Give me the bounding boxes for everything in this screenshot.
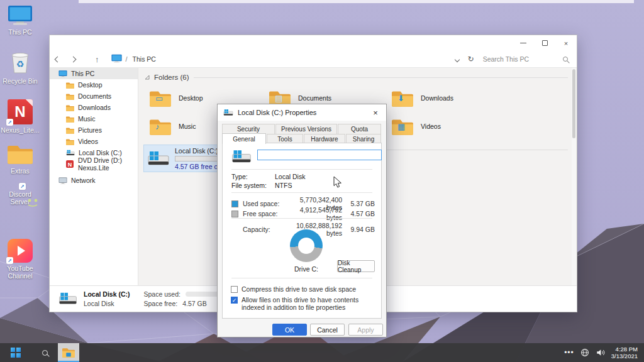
- compress-checkbox[interactable]: [231, 286, 238, 293]
- folder-tile-videos[interactable]: ▦ Videos: [387, 112, 575, 140]
- forward-button[interactable]: [71, 57, 75, 62]
- windows-logo-icon: [11, 348, 21, 358]
- taskbar-search-button[interactable]: [34, 343, 55, 362]
- tile-label: Music: [179, 123, 196, 130]
- folder-icon: [66, 93, 74, 100]
- sidebar-item-label: Videos: [78, 138, 98, 145]
- close-button[interactable]: ×: [555, 36, 577, 51]
- minimize-button[interactable]: [513, 36, 534, 51]
- taskbar: ••• 4:28 PM 3/13/2021: [0, 343, 644, 362]
- desktop-icon-label: Recycle Bin: [3, 77, 37, 85]
- separator: [231, 278, 372, 278]
- separator: [231, 192, 372, 193]
- disk-cleanup-button[interactable]: Disk Cleanup: [337, 260, 375, 272]
- folder-icon: [66, 127, 74, 134]
- svg-text:♻: ♻: [16, 59, 25, 69]
- sidebar-item-videos[interactable]: Videos: [50, 136, 138, 147]
- desktop-icon-youtube-channel[interactable]: ➚ YouTube Channel: [0, 239, 40, 280]
- desktop-icon-recycle-bin[interactable]: ♻ Recycle Bin: [0, 50, 40, 85]
- tile-label: Desktop: [179, 94, 203, 102]
- back-button[interactable]: [55, 57, 60, 62]
- sidebar-item-this-pc[interactable]: This PC: [50, 68, 138, 79]
- apply-button[interactable]: Apply: [348, 324, 383, 336]
- separator: [231, 218, 372, 219]
- space-free-label: Space free:: [144, 300, 178, 307]
- type-label: Type:: [231, 173, 248, 180]
- collapse-triangle-icon: [145, 75, 150, 80]
- search-input[interactable]: Search This PC: [483, 55, 529, 63]
- tab-security[interactable]: Security: [222, 124, 275, 134]
- dialog-titlebar[interactable]: Local Disk (C:) Properties: [218, 104, 386, 121]
- maximize-button[interactable]: [534, 36, 555, 51]
- sidebar-item-label: Documents: [78, 92, 111, 100]
- filesystem-label: File system:: [231, 182, 267, 189]
- desktop-icon-nexus-lite[interactable]: N ➚ Nexus_Lite...: [0, 99, 40, 134]
- statusbar-drive-type: Local Disk: [84, 300, 130, 307]
- folder-tile-downloads[interactable]: ⬇ Downloads: [387, 84, 575, 112]
- monitor-icon: [58, 70, 67, 77]
- capacity-size: 9.94 GB: [342, 226, 375, 233]
- desktop-icon-extras[interactable]: Extras: [0, 143, 40, 175]
- tab-quota[interactable]: Quota: [338, 124, 381, 134]
- desktop-icon-label: This PC: [8, 28, 31, 36]
- folder-icon: [66, 138, 74, 145]
- sidebar-item-dvd-drive-d[interactable]: N DVD Drive (D:) Nexus.Lite: [50, 158, 138, 170]
- compress-checkbox-row[interactable]: Compress this drive to save disk space: [231, 285, 376, 293]
- desktop-icon-discord-server[interactable]: ➚ Discord Server: [0, 189, 40, 206]
- nexus-app-icon: N ➚: [8, 99, 33, 124]
- volume-icon[interactable]: [596, 348, 605, 357]
- address-dropdown-button[interactable]: [455, 55, 459, 63]
- search-icon[interactable]: [563, 57, 568, 62]
- sidebar-item-label: This PC: [71, 70, 94, 77]
- tab-general[interactable]: General: [222, 133, 266, 144]
- taskbar-clock[interactable]: 4:28 PM 3/13/2021: [611, 346, 638, 360]
- sidebar-item-downloads[interactable]: Downloads: [50, 102, 138, 113]
- taskbar-file-explorer-button[interactable]: [58, 343, 79, 362]
- general-tab-panel: Type: Local Disk File system: NTFS Used …: [222, 143, 382, 319]
- sidebar-item-documents[interactable]: Documents: [50, 90, 138, 102]
- cancel-button[interactable]: Cancel: [310, 324, 345, 336]
- sidebar-item-music[interactable]: Music: [50, 113, 138, 124]
- tab-previous-versions[interactable]: Previous Versions: [275, 124, 337, 134]
- separator: [231, 169, 372, 170]
- drive-icon: [66, 149, 75, 156]
- tray-overflow-button[interactable]: •••: [564, 348, 574, 357]
- mouse-cursor: [333, 176, 342, 189]
- shortcut-arrow-icon: ➚: [6, 257, 13, 264]
- recycle-bin-icon: ♻: [10, 50, 30, 75]
- index-checkbox[interactable]: ✓: [231, 297, 238, 304]
- system-tray: ••• 4:28 PM 3/13/2021: [564, 346, 644, 360]
- ok-button[interactable]: OK: [272, 324, 307, 336]
- free-space-row: Free space: 4,912,545,792 bytes 4.57 GB: [231, 206, 375, 221]
- folders-section-header[interactable]: Folders (6): [145, 74, 577, 81]
- sidebar-item-label: DVD Drive (D:) Nexus.Lite: [78, 156, 138, 172]
- tab-hardware[interactable]: Hardware: [304, 134, 345, 143]
- tab-sharing[interactable]: Sharing: [346, 134, 381, 143]
- content-scrollbar[interactable]: [572, 68, 576, 285]
- sidebar-item-network[interactable]: Network: [50, 175, 138, 186]
- desktop-icon-label: YouTube Channel: [0, 265, 40, 280]
- start-button[interactable]: [5, 343, 26, 362]
- network-globe-icon[interactable]: [580, 348, 589, 357]
- dialog-close-button[interactable]: ×: [370, 107, 381, 118]
- dvd-nexus-icon: N: [66, 160, 74, 168]
- refresh-button[interactable]: ↻: [468, 55, 474, 63]
- breadcrumb[interactable]: This PC: [133, 55, 156, 63]
- space-used-label: Space used:: [144, 290, 180, 298]
- compress-checkbox-label: Compress this drive to save disk space: [242, 285, 356, 293]
- tab-tools[interactable]: Tools: [267, 134, 303, 143]
- volume-label-input[interactable]: [257, 150, 382, 160]
- folder-icon: ▦: [392, 118, 413, 135]
- up-button[interactable]: ↑: [95, 55, 99, 64]
- desktop-icon-this-pc[interactable]: This PC: [0, 5, 40, 36]
- this-pc-icon: [8, 5, 33, 26]
- folder-icon: [8, 143, 33, 165]
- sidebar-item-pictures[interactable]: Pictures: [50, 124, 138, 136]
- sidebar-item-desktop[interactable]: Desktop: [50, 79, 138, 90]
- clock-date: 3/13/2021: [611, 353, 638, 359]
- explorer-titlebar[interactable]: ×: [50, 35, 577, 51]
- free-space-label: Free space:: [243, 210, 291, 217]
- explorer-sidebar: This PC Desktop Documents Downloads Musi…: [50, 68, 138, 285]
- index-checkbox-row[interactable]: ✓ Allow files on this drive to have cont…: [231, 296, 376, 311]
- tile-label: Documents: [298, 94, 331, 102]
